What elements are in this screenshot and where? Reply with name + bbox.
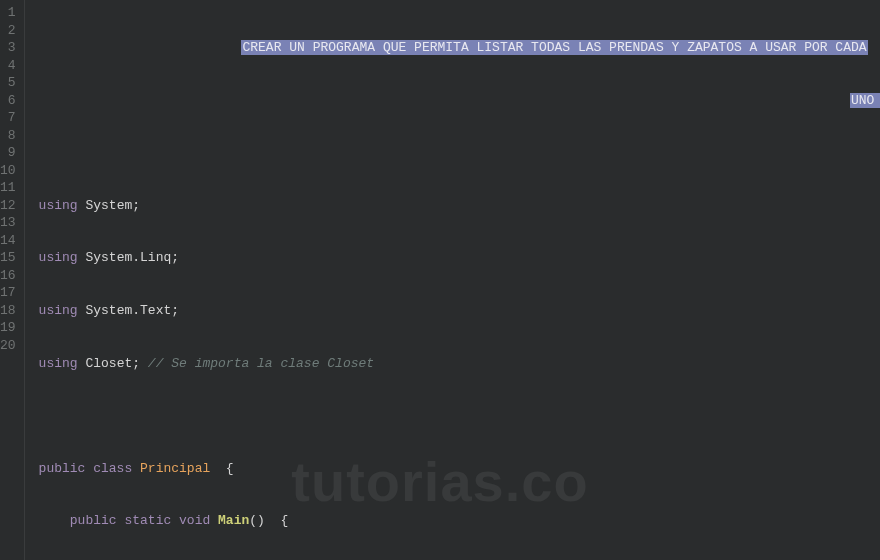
line-number: 14 xyxy=(0,232,16,250)
line-number: 9 xyxy=(0,144,16,162)
line-number: 18 xyxy=(0,302,16,320)
code-line: using System; xyxy=(39,197,880,215)
code-area[interactable]: CREAR UN PROGRAMA QUE PERMITA LISTAR TOD… xyxy=(25,0,880,560)
selected-text: UNO DE TRES CLOSET xyxy=(850,93,880,108)
line-number: 19 xyxy=(0,319,16,337)
line-number: 12 xyxy=(0,197,16,215)
line-number: 10 xyxy=(0,162,16,180)
line-number: 5 xyxy=(0,74,16,92)
line-number: 16 xyxy=(0,267,16,285)
line-gutter: 1234567891011121314151617181920 xyxy=(0,0,25,560)
code-line xyxy=(39,407,880,425)
line-number: 15 xyxy=(0,249,16,267)
line-number: 3 xyxy=(0,39,16,57)
code-line xyxy=(39,144,880,162)
selected-text: CREAR UN PROGRAMA QUE PERMITA LISTAR TOD… xyxy=(241,40,867,55)
code-line: CREAR UN PROGRAMA QUE PERMITA LISTAR TOD… xyxy=(39,39,880,57)
code-line: public class Principal { xyxy=(39,460,880,478)
line-number: 8 xyxy=(0,127,16,145)
code-line: using Closet; // Se importa la clase Clo… xyxy=(39,355,880,373)
line-number: 6 xyxy=(0,92,16,110)
line-number: 1 xyxy=(0,4,16,22)
line-number: 13 xyxy=(0,214,16,232)
code-line: using System.Text; xyxy=(39,302,880,320)
line-number: 17 xyxy=(0,284,16,302)
code-editor[interactable]: 1234567891011121314151617181920 CREAR UN… xyxy=(0,0,880,560)
line-number: 2 xyxy=(0,22,16,40)
line-number: 20 xyxy=(0,337,16,355)
code-line: public static void Main() { xyxy=(39,512,880,530)
line-number: 11 xyxy=(0,179,16,197)
code-line: UNO DE TRES CLOSET xyxy=(39,92,880,110)
line-number: 4 xyxy=(0,57,16,75)
line-number: 7 xyxy=(0,109,16,127)
code-line: using System.Linq; xyxy=(39,249,880,267)
